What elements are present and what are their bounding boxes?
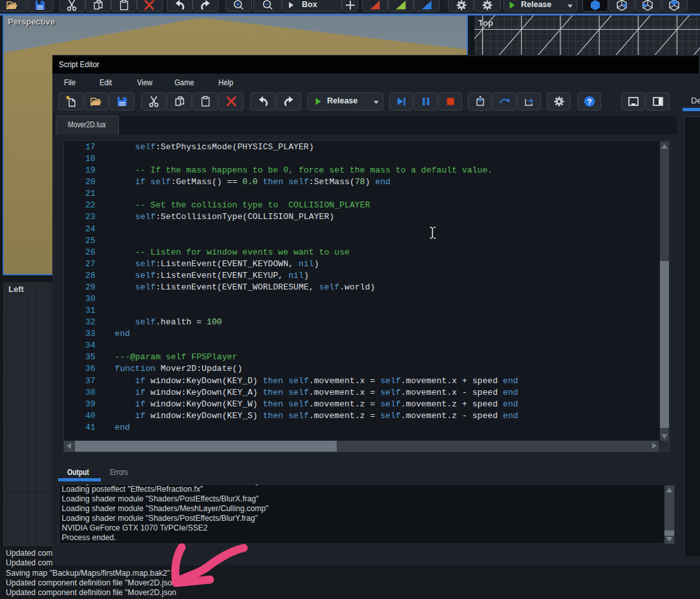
svg-text:?: ? bbox=[587, 98, 591, 107]
